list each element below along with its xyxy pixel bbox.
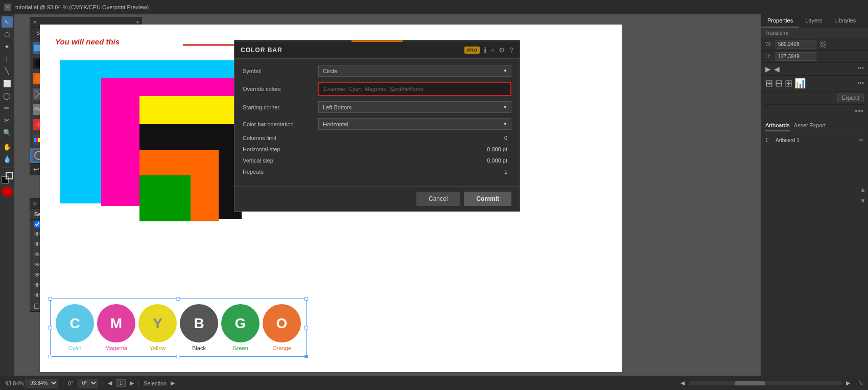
modal-override-row: Override colors [243, 82, 511, 96]
symbols-panel-close[interactable]: ✕ [33, 19, 37, 25]
status-sep-3: | [138, 380, 139, 386]
tab-asset-export[interactable]: Asset Export [794, 120, 826, 131]
vstep-value: 0.000 pt [487, 157, 511, 164]
three-dots-align[interactable]: ••• [857, 80, 864, 87]
zoom-control: 93.84% 93.84% 100% 50% [5, 379, 58, 387]
w-input[interactable] [776, 40, 816, 49]
play-back-icon[interactable]: ◀ [774, 65, 780, 73]
fit-icon[interactable]: ⤡ [858, 380, 863, 386]
h-input[interactable] [776, 52, 816, 61]
handle-bm [177, 355, 180, 358]
tool-pen[interactable]: ✦ [2, 41, 13, 52]
modal-body: Symbol Circle ▾ Override colors Starting… [234, 59, 520, 186]
circle-magenta: M Magenta [97, 304, 135, 351]
horizontal-scrollbar[interactable] [689, 381, 842, 385]
override-colors-input[interactable] [318, 82, 511, 96]
scroll-right-btn[interactable]: ▶ [846, 380, 850, 386]
angle-dropdown[interactable]: 0° [78, 379, 98, 387]
handle-tl [49, 297, 52, 301]
circle-cyan: C Cyan [56, 304, 94, 351]
tool-ellipse[interactable]: ◯ [2, 90, 13, 101]
align-center-btn[interactable]: ⊟ [775, 78, 783, 89]
titlebar: ✕ tutorial.ai @ 93.84 % (CMYK/CPU Overpr… [0, 0, 868, 14]
scrollbar-thumb[interactable] [735, 381, 765, 385]
scroll-down[interactable]: ▼ [858, 195, 868, 207]
modal-symbol-row: Symbol Circle ▾ [243, 65, 511, 77]
orientation-select[interactable]: Horizontal ▾ [318, 118, 511, 130]
tool-select[interactable]: ↖ [2, 16, 13, 28]
modal-top-bar [234, 40, 520, 42]
show-spot-checkbox[interactable] [34, 304, 39, 309]
modal-repeats-row: Repeats 1 [243, 169, 511, 175]
status-sep-1: | [62, 380, 64, 386]
annotation-area: You will need this [55, 37, 120, 46]
circles-row: C Cyan M Magenta Y Yellow [56, 304, 301, 351]
tab-artboards[interactable]: Artboards [765, 120, 790, 131]
scroll-up[interactable]: ▲ [858, 184, 868, 195]
tool-direct-select[interactable]: ⬡ [2, 29, 13, 40]
modal-help-icon[interactable]: ? [509, 46, 513, 54]
modal-header-right: PRO ℹ ○ ⚙ ? [464, 46, 513, 54]
scroll-left-btn[interactable]: ◀ [681, 380, 685, 386]
tool-zoom[interactable]: 🔍 [2, 127, 13, 138]
symbol-select[interactable]: Circle ▾ [318, 65, 511, 77]
commit-button[interactable]: Commit [464, 192, 511, 206]
circle-black: B Black [180, 304, 218, 351]
tool-line[interactable]: ╲ [2, 65, 13, 77]
tab-properties[interactable]: Properties [761, 14, 799, 28]
align-row: ▶ ◀ ••• [761, 63, 868, 76]
color-bar-modal: COLOR BAR PRO ℹ ○ ⚙ ? Symbol Circle ▾ [234, 40, 520, 212]
mode-arrow[interactable]: ▶ [171, 380, 175, 386]
tab-layers[interactable]: Layers [799, 14, 828, 28]
orientation-label: Color bar orientation [243, 121, 314, 127]
zoom-dropdown[interactable]: 93.84% 100% 50% [26, 379, 58, 387]
expand-button[interactable]: Expand [837, 94, 864, 102]
artboard-number: 1 [765, 137, 772, 143]
vstep-label: Vertical step [243, 157, 314, 164]
tool-type[interactable]: T [2, 53, 13, 64]
three-dots-more[interactable]: ••• [855, 107, 864, 115]
tab-libraries[interactable]: Libraries [828, 14, 862, 28]
tool-hand[interactable]: ✋ [2, 141, 13, 152]
tool-rect[interactable]: ⬜ [2, 78, 13, 89]
nav-prev[interactable]: ◀ [108, 380, 112, 386]
repeats-value: 1 [504, 169, 511, 175]
w-label: W: [765, 41, 773, 47]
right-panel-tabs: Properties Layers Libraries [761, 14, 868, 28]
circle-green: G Green [221, 304, 260, 351]
play-icon[interactable]: ▶ [765, 65, 771, 73]
status-sep-2: | [102, 380, 104, 386]
footer-btn-back[interactable]: ↩ [33, 165, 39, 173]
align-icons-row: ⊞ ⊟ ⊞ 📊 ••• [761, 76, 868, 91]
hstep-value: 0.000 pt [487, 146, 511, 152]
nav-next[interactable]: ▶ [130, 380, 134, 386]
three-dots-transform[interactable]: ••• [857, 65, 864, 73]
distribute-btn[interactable]: 📊 [794, 78, 806, 89]
modal-settings-icon[interactable]: ⚙ [499, 46, 505, 54]
starting-corner-select[interactable]: Left Bottom ▾ [318, 101, 511, 113]
modal-header: COLOR BAR PRO ℹ ○ ⚙ ? [234, 42, 520, 59]
artboard-edit-button[interactable]: ✏ [859, 136, 864, 144]
cancel-button[interactable]: Cancel [416, 192, 460, 206]
svg-rect-7 [36, 138, 38, 142]
tool-eyedropper[interactable]: 💧 [2, 153, 13, 165]
repeats-label: Repeats [243, 169, 314, 175]
align-left-btn[interactable]: ⊞ [765, 78, 773, 89]
tool-scissors[interactable]: ✂ [2, 114, 13, 126]
w-row: W: ⛓ [761, 38, 868, 51]
link-icon[interactable]: ⛓ [819, 40, 827, 49]
modal-orange-indicator [351, 40, 403, 42]
sep-panel-close[interactable]: ✕ [33, 201, 37, 207]
circle-symbol-c: C [56, 304, 94, 342]
orientation-dropdown-icon: ▾ [504, 121, 507, 127]
modal-info-icon[interactable]: ℹ [484, 46, 486, 54]
annotation-text: You will need this [55, 37, 120, 46]
tool-brush[interactable]: ✏ [2, 102, 13, 113]
stroke-color[interactable] [6, 172, 13, 179]
close-button[interactable]: ✕ [4, 4, 11, 11]
circle-label-orange: Orange [272, 345, 291, 351]
artboard-name: Artboard 1 [776, 137, 800, 143]
align-right-btn[interactable]: ⊞ [785, 78, 792, 89]
modal-circle-icon[interactable]: ○ [490, 46, 495, 54]
circle-symbol-m: M [97, 304, 135, 342]
